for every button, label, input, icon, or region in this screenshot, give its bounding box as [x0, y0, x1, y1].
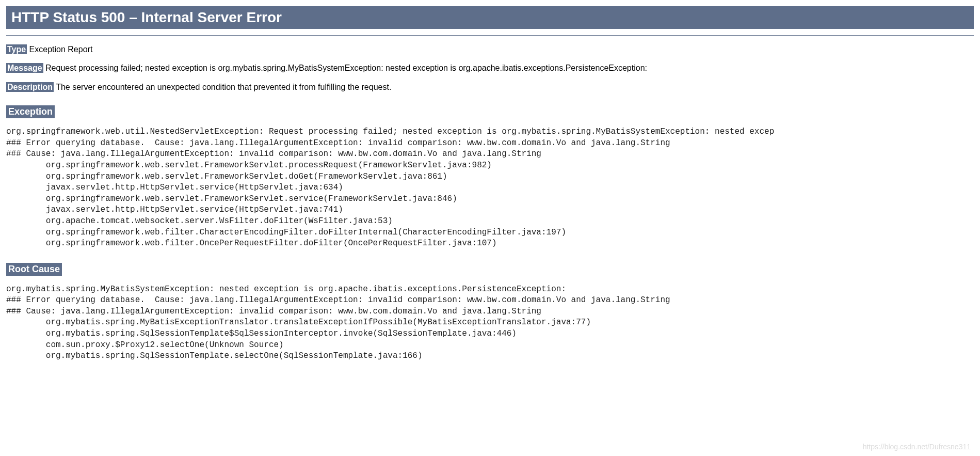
rootcause-trace: org.mybatis.spring.MyBatisSystemExceptio… [6, 284, 974, 362]
divider [6, 35, 974, 36]
message-value: Request processing failed; nested except… [43, 64, 647, 72]
exception-trace: org.springframework.web.util.NestedServl… [6, 127, 974, 249]
exception-heading: Exception [6, 105, 55, 118]
page-title: HTTP Status 500 – Internal Server Error [6, 6, 974, 29]
message-line: Message Request processing failed; neste… [6, 62, 974, 74]
type-label: Type [6, 44, 27, 54]
description-line: Description The server encountered an un… [6, 82, 974, 93]
message-label: Message [6, 63, 43, 73]
description-label: Description [6, 82, 54, 92]
description-value: The server encountered an unexpected con… [54, 83, 391, 91]
rootcause-heading: Root Cause [6, 263, 62, 276]
type-value: Exception Report [27, 45, 92, 54]
type-line: Type Exception Report [6, 44, 974, 55]
